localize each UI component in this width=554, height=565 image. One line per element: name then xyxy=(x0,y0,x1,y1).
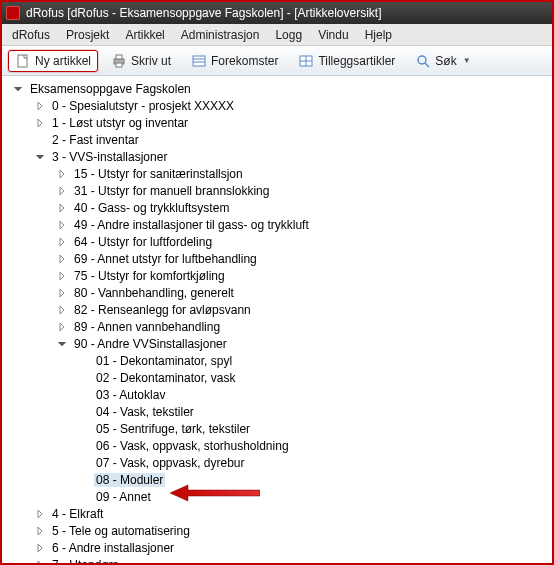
tree-label[interactable]: 2 - Fast inventar xyxy=(50,133,141,147)
tree-row[interactable]: 2 - Fast inventar xyxy=(6,131,552,148)
expand-icon[interactable] xyxy=(34,508,46,520)
tree-label[interactable]: 09 - Annet xyxy=(94,490,153,504)
tree-row[interactable]: 07 - Vask, oppvask, dyrebur xyxy=(6,454,552,471)
occurrences-button[interactable]: Forekomster xyxy=(184,50,285,72)
search-button[interactable]: Søk ▼ xyxy=(408,50,477,72)
collapse-icon[interactable] xyxy=(56,338,68,350)
tree-row[interactable]: 09 - Annet xyxy=(6,488,552,505)
tree-row[interactable]: 7 - Utendørs xyxy=(6,556,552,563)
tree-label[interactable]: 90 - Andre VVSinstallasjoner xyxy=(72,337,229,351)
tree-label[interactable]: 04 - Vask, tekstiler xyxy=(94,405,196,419)
tree-label[interactable]: 4 - Elkraft xyxy=(50,507,105,521)
menu-drofus[interactable]: dRofus xyxy=(4,26,58,44)
menu-administrasjon[interactable]: Administrasjon xyxy=(173,26,268,44)
tree-row[interactable]: 69 - Annet utstyr for luftbehandling xyxy=(6,250,552,267)
tree-row[interactable]: 40 - Gass- og trykkluftsystem xyxy=(6,199,552,216)
tree-label[interactable]: 82 - Renseanlegg for avløpsvann xyxy=(72,303,253,317)
additional-articles-button[interactable]: Tilleggsartikler xyxy=(291,50,402,72)
menu-hjelp[interactable]: Hjelp xyxy=(357,26,400,44)
expand-icon[interactable] xyxy=(56,253,68,265)
print-button[interactable]: Skriv ut xyxy=(104,50,178,72)
expand-icon[interactable] xyxy=(34,117,46,129)
tree-view[interactable]: Eksamensoppgave Fagskolen0 - Spesialutst… xyxy=(2,76,552,563)
expand-icon[interactable] xyxy=(34,100,46,112)
tree-label[interactable]: 7 - Utendørs xyxy=(50,558,121,564)
tree-label[interactable]: Eksamensoppgave Fagskolen xyxy=(28,82,193,96)
menu-vindu[interactable]: Vindu xyxy=(310,26,356,44)
tree-row[interactable]: 03 - Autoklav xyxy=(6,386,552,403)
tree-label[interactable]: 1 - Løst utstyr og inventar xyxy=(50,116,190,130)
print-label: Skriv ut xyxy=(131,54,171,68)
collapse-icon[interactable] xyxy=(12,83,24,95)
tree-label[interactable]: 07 - Vask, oppvask, dyrebur xyxy=(94,456,247,470)
tree-row[interactable]: 1 - Løst utstyr og inventar xyxy=(6,114,552,131)
tree-row[interactable]: 06 - Vask, oppvask, storhusholdning xyxy=(6,437,552,454)
tree-label[interactable]: 05 - Sentrifuge, tørk, tekstiler xyxy=(94,422,252,436)
tree-label[interactable]: 75 - Utstyr for komfortkjøling xyxy=(72,269,227,283)
tree-row[interactable]: 04 - Vask, tekstiler xyxy=(6,403,552,420)
tree-row[interactable]: 75 - Utstyr for komfortkjøling xyxy=(6,267,552,284)
tree-row[interactable]: 64 - Utstyr for luftfordeling xyxy=(6,233,552,250)
expand-icon[interactable] xyxy=(56,168,68,180)
tree-label[interactable]: 02 - Dekontaminator, vask xyxy=(94,371,237,385)
expand-icon[interactable] xyxy=(56,270,68,282)
grid-icon xyxy=(298,53,314,69)
tree-label[interactable]: 69 - Annet utstyr for luftbehandling xyxy=(72,252,259,266)
tree-row[interactable]: 82 - Renseanlegg for avløpsvann xyxy=(6,301,552,318)
tree-row[interactable]: 31 - Utstyr for manuell brannslokking xyxy=(6,182,552,199)
tree-label[interactable]: 3 - VVS-installasjoner xyxy=(50,150,169,164)
tree-label[interactable]: 5 - Tele og automatisering xyxy=(50,524,192,538)
tree-row[interactable]: 90 - Andre VVSinstallasjoner xyxy=(6,335,552,352)
tree-label[interactable]: 89 - Annen vannbehandling xyxy=(72,320,222,334)
tree-label[interactable]: 0 - Spesialutstyr - prosjekt XXXXX xyxy=(50,99,236,113)
menu-prosjekt[interactable]: Prosjekt xyxy=(58,26,117,44)
expand-icon[interactable] xyxy=(34,559,46,564)
tree-label[interactable]: 01 - Dekontaminator, spyl xyxy=(94,354,234,368)
expand-icon[interactable] xyxy=(56,236,68,248)
search-icon xyxy=(415,53,431,69)
new-document-icon xyxy=(15,53,31,69)
tree-row[interactable]: 80 - Vannbehandling, generelt xyxy=(6,284,552,301)
tree-label[interactable]: 80 - Vannbehandling, generelt xyxy=(72,286,236,300)
expand-icon[interactable] xyxy=(56,219,68,231)
tree-row[interactable]: 3 - VVS-installasjoner xyxy=(6,148,552,165)
list-icon xyxy=(191,53,207,69)
expand-icon[interactable] xyxy=(34,525,46,537)
new-article-label: Ny artikkel xyxy=(35,54,91,68)
svg-rect-2 xyxy=(116,55,122,59)
tree-row[interactable]: 4 - Elkraft xyxy=(6,505,552,522)
window-title: dRofus [dRofus - Eksamensoppgave Fagskol… xyxy=(26,6,382,20)
tree-label[interactable]: 31 - Utstyr for manuell brannslokking xyxy=(72,184,271,198)
tree-label[interactable]: 06 - Vask, oppvask, storhusholdning xyxy=(94,439,291,453)
new-article-button[interactable]: Ny artikkel xyxy=(8,50,98,72)
expand-icon[interactable] xyxy=(56,185,68,197)
expand-icon[interactable] xyxy=(56,304,68,316)
tree-row[interactable]: 0 - Spesialutstyr - prosjekt XXXXX xyxy=(6,97,552,114)
expand-icon[interactable] xyxy=(34,542,46,554)
tree-row[interactable]: 08 - Moduler xyxy=(6,471,552,488)
tree-row[interactable]: 49 - Andre installasjoner til gass- og t… xyxy=(6,216,552,233)
tree-label[interactable]: 64 - Utstyr for luftfordeling xyxy=(72,235,214,249)
collapse-icon[interactable] xyxy=(34,151,46,163)
expand-icon[interactable] xyxy=(56,287,68,299)
tree-row[interactable]: Eksamensoppgave Fagskolen xyxy=(6,80,552,97)
tree-label[interactable]: 40 - Gass- og trykkluftsystem xyxy=(72,201,231,215)
svg-rect-3 xyxy=(116,63,122,67)
tree-label[interactable]: 03 - Autoklav xyxy=(94,388,167,402)
tree-row[interactable]: 15 - Utstyr for sanitærinstallsjon xyxy=(6,165,552,182)
tree-row[interactable]: 02 - Dekontaminator, vask xyxy=(6,369,552,386)
expand-icon[interactable] xyxy=(56,321,68,333)
expand-icon[interactable] xyxy=(56,202,68,214)
tree-row[interactable]: 89 - Annen vannbehandling xyxy=(6,318,552,335)
tree-row[interactable]: 6 - Andre installasjoner xyxy=(6,539,552,556)
menu-artikkel[interactable]: Artikkel xyxy=(117,26,172,44)
menu-logg[interactable]: Logg xyxy=(267,26,310,44)
tree-label[interactable]: 15 - Utstyr for sanitærinstallsjon xyxy=(72,167,245,181)
tree-label[interactable]: 08 - Moduler xyxy=(94,473,165,487)
tree-row[interactable]: 01 - Dekontaminator, spyl xyxy=(6,352,552,369)
tree-label[interactable]: 49 - Andre installasjoner til gass- og t… xyxy=(72,218,311,232)
tree-row[interactable]: 5 - Tele og automatisering xyxy=(6,522,552,539)
tree-row[interactable]: 05 - Sentrifuge, tørk, tekstiler xyxy=(6,420,552,437)
tree-label[interactable]: 6 - Andre installasjoner xyxy=(50,541,176,555)
search-label: Søk xyxy=(435,54,456,68)
